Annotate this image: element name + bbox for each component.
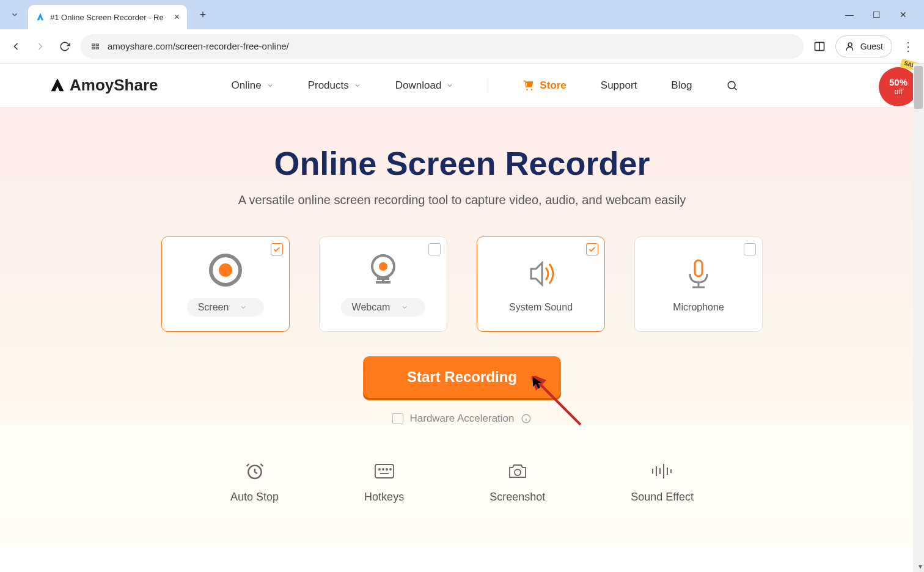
tab-title: #1 Online Screen Recorder - Re [50, 13, 164, 22]
speaker-icon [522, 255, 559, 292]
svg-rect-20 [375, 464, 394, 478]
nav-blog[interactable]: Blog [671, 79, 692, 92]
nav-support[interactable]: Support [601, 79, 637, 92]
svg-rect-0 [92, 44, 95, 46]
person-icon [845, 41, 856, 52]
chevron-down-icon [240, 304, 247, 311]
address-bar: amoyshare.com/screen-recorder-free-onlin… [0, 29, 924, 64]
svg-point-26 [515, 469, 521, 475]
close-window-icon[interactable]: ✕ [897, 10, 909, 20]
chevron-down-icon [446, 82, 453, 89]
guest-label: Guest [860, 42, 883, 51]
feature-auto-stop[interactable]: Auto Stop [230, 461, 279, 504]
card-webcam[interactable]: Webcam [319, 237, 447, 332]
card-system-sound[interactable]: System Sound [477, 237, 605, 332]
new-tab-button[interactable]: + [193, 5, 213, 24]
card-microphone[interactable]: Microphone [634, 237, 763, 332]
logo-icon [49, 77, 66, 94]
reload-button[interactable] [56, 38, 73, 55]
card-microphone-label: Microphone [673, 302, 724, 313]
brand-name: AmoyShare [70, 76, 158, 95]
chevron-down-icon [401, 304, 408, 311]
card-webcam-label: Webcam [352, 302, 391, 313]
cart-icon [522, 79, 535, 92]
svg-rect-15 [695, 260, 702, 276]
svg-point-21 [379, 469, 380, 470]
nav-store[interactable]: Store [522, 79, 566, 92]
tab-search-dropdown[interactable] [5, 5, 24, 24]
feature-screenshot[interactable]: Screenshot [490, 461, 545, 504]
screen-icon [207, 252, 244, 288]
scrollbar-track[interactable] [913, 64, 924, 572]
webcam-icon [365, 252, 402, 288]
back-button[interactable] [7, 38, 24, 55]
feature-screenshot-label: Screenshot [490, 491, 545, 504]
keyboard-icon [374, 461, 395, 481]
feature-auto-stop-label: Auto Stop [230, 491, 279, 504]
minimize-icon[interactable]: — [843, 10, 856, 20]
window-controls: — ☐ ✕ [843, 10, 919, 20]
sale-percent: 50% [889, 78, 908, 88]
sale-badge[interactable]: SALE 50% off [879, 67, 918, 106]
check-icon [273, 245, 281, 254]
svg-point-7 [527, 89, 529, 90]
chevron-down-icon [266, 82, 274, 89]
svg-point-12 [219, 263, 232, 277]
url-bar[interactable]: amoyshare.com/screen-recorder-free-onlin… [81, 34, 804, 59]
forward-button[interactable] [32, 38, 49, 55]
nav-online-label: Online [232, 79, 262, 92]
nav-products[interactable]: Products [308, 79, 361, 92]
chevron-down-icon [354, 82, 361, 89]
profile-guest-button[interactable]: Guest [835, 35, 892, 57]
feature-sound-effect[interactable]: Sound Effect [631, 461, 694, 504]
svg-point-23 [386, 469, 387, 470]
sale-off: off [894, 88, 902, 96]
start-recording-label: Start Recording [407, 369, 517, 385]
feature-hotkeys[interactable]: Hotkeys [364, 461, 404, 504]
soundwave-icon [650, 461, 675, 481]
checkbox-system-sound[interactable] [586, 243, 598, 255]
svg-point-14 [379, 262, 387, 271]
nav-online[interactable]: Online [232, 79, 274, 92]
nav-blog-label: Blog [671, 79, 692, 92]
screen-dropdown[interactable]: Screen [187, 298, 265, 317]
url-text: amoyshare.com/screen-recorder-free-onlin… [108, 41, 289, 51]
nav-support-label: Support [601, 79, 637, 92]
svg-point-24 [390, 469, 391, 470]
browser-menu-icon[interactable]: ⋮ [900, 38, 917, 55]
hardware-acceleration-label: Hardware Acceleration [409, 413, 514, 425]
features-row: Auto Stop Hotkeys Screenshot Sound Effec… [0, 425, 924, 522]
card-system-sound-label: System Sound [509, 302, 573, 313]
scrollbar-down-arrow[interactable]: ▾ [919, 562, 922, 571]
camera-icon [507, 461, 528, 481]
close-tab-icon[interactable]: × [174, 12, 180, 23]
webcam-dropdown[interactable]: Webcam [341, 298, 426, 317]
page-subtitle: A versatile online screen recording tool… [0, 193, 924, 207]
nav-store-label: Store [540, 79, 566, 92]
scrollbar-thumb[interactable] [914, 66, 923, 109]
browser-chrome: #1 Online Screen Recorder - Re × + — ☐ ✕… [0, 0, 924, 64]
nav-download[interactable]: Download [395, 79, 454, 92]
maximize-icon[interactable]: ☐ [870, 10, 882, 20]
tab-bar: #1 Online Screen Recorder - Re × + — ☐ ✕ [0, 0, 924, 29]
svg-rect-1 [96, 44, 98, 46]
svg-rect-3 [96, 47, 98, 49]
site-settings-icon[interactable] [90, 42, 100, 51]
reader-mode-icon[interactable] [811, 38, 828, 55]
page-title: Online Screen Recorder [0, 144, 924, 182]
checkbox-microphone[interactable] [744, 243, 756, 255]
checkbox-screen[interactable] [271, 243, 283, 255]
hardware-acceleration-checkbox[interactable] [392, 413, 403, 424]
card-screen[interactable]: Screen [161, 237, 290, 332]
favicon-icon [35, 12, 45, 22]
checkbox-webcam[interactable] [428, 243, 441, 255]
search-button[interactable] [726, 79, 738, 92]
svg-line-10 [735, 87, 737, 90]
brand-logo[interactable]: AmoyShare [49, 76, 158, 95]
search-icon [726, 79, 738, 92]
svg-point-22 [383, 469, 384, 470]
info-icon[interactable] [521, 413, 532, 424]
browser-tab[interactable]: #1 Online Screen Recorder - Re × [28, 5, 187, 29]
hardware-acceleration-row: Hardware Acceleration [0, 413, 924, 425]
start-recording-button[interactable]: Start Recording [363, 356, 561, 398]
